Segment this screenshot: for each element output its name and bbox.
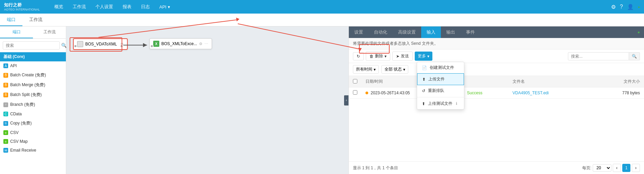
sidebar-item-csv-label: CSV: [10, 130, 19, 135]
red-arrows-svg: [93, 26, 236, 94]
canvas-node-1[interactable]: BOS_VDAToXML ⚙: [73, 38, 128, 50]
search-input[interactable]: [3, 41, 60, 50]
sidebar-item-batch-merge[interactable]: B Batch Merge (免费): [0, 80, 66, 90]
rp-tab-output[interactable]: 输出: [441, 26, 461, 38]
node1-input-connector: [74, 44, 77, 48]
sidebar-items: A API B Batch Create (免费) B Batch Merge …: [0, 61, 66, 174]
dropdown-item-upload-test[interactable]: ⬆ 上传测试文件 ℹ: [417, 98, 464, 109]
dropdown-item-requeue[interactable]: ↺ 重新排队: [417, 85, 464, 96]
sidebar-item-batch-create-label: Batch Create (免费): [10, 72, 46, 78]
copy-icon: ⎘: [3, 121, 8, 126]
file-link[interactable]: VDA4905_TEST.edi: [513, 91, 549, 95]
send-button[interactable]: ➤ 发送: [392, 52, 413, 61]
sidebar-tab-workflow[interactable]: 工作流: [33, 26, 66, 38]
dropdown-item-upload[interactable]: ⬆ 上传文件: [417, 73, 464, 85]
rp-toolbar: ↻ 🗑 删除 ▾ ➤ 发送 更多 ▾ 📄: [349, 50, 644, 63]
select-all-checkbox[interactable]: [353, 79, 357, 83]
more-dropdown-arrow: ▾: [427, 54, 429, 59]
per-page-label: 每页:: [582, 165, 591, 171]
nav-items: 概览 工作流 个人设置 报表 日志 API ▾: [53, 4, 611, 10]
col-status: [463, 76, 508, 88]
canvas-node2-label: BOS_XMLToExce...: [161, 41, 197, 46]
nav-item-api[interactable]: API ▾: [158, 4, 172, 9]
rp-tab-input[interactable]: 输入: [421, 26, 441, 38]
sidebar-tabs: 端口 工作流: [0, 26, 66, 39]
sidebar-item-copy-label: Copy (免费): [10, 120, 32, 126]
logo-text: 知行之桥: [4, 2, 40, 8]
gear-icon[interactable]: ⚙: [611, 4, 616, 10]
sidebar-item-csv-map-label: CSV Map: [10, 139, 28, 144]
node2-settings-icon[interactable]: ⚙: [199, 42, 202, 46]
cell-filename: VDA4905_TEST.edi: [508, 88, 594, 99]
sidebar-item-email-receive[interactable]: ✉ Email Receive: [0, 146, 66, 155]
sidebar: 端口 工作流 🔍 基础 (Core) A API B Batch Create …: [0, 26, 66, 174]
second-tab-bar: 端口 工作流: [0, 14, 644, 26]
rp-tab-automation[interactable]: 自动化: [369, 26, 393, 38]
col-filesize: 文件大小: [594, 76, 644, 88]
sidebar-item-cdata[interactable]: C CData: [0, 110, 66, 118]
per-page-select[interactable]: 20 50 100: [593, 164, 611, 172]
canvas-collapse-toggle[interactable]: ‹: [344, 95, 348, 105]
row-checkbox[interactable]: [353, 90, 357, 95]
csv-map-icon: ≡: [3, 139, 8, 144]
filter-row: 所有时间 ▾ 全部 状态 ▾: [349, 63, 644, 76]
sidebar-item-copy[interactable]: ⎘ Copy (免费): [0, 118, 66, 128]
nav-item-personal[interactable]: 个人设置: [94, 4, 114, 10]
rp-tab-settings[interactable]: 设置: [349, 26, 369, 38]
branch-icon: ⑂: [3, 102, 8, 107]
upload-icon: ⬆: [422, 77, 426, 82]
node1-output-connector: [120, 44, 123, 48]
canvas-node1-label: BOS_VDAToXML: [85, 42, 117, 46]
rp-footer: 显示 1 到 1，共 1 个条目 每页: 20 50 100 ‹ 1 ›: [349, 161, 644, 174]
delete-button[interactable]: 🗑 删除 ▾: [366, 52, 390, 61]
all-time-select[interactable]: 所有时间 ▾: [353, 65, 379, 74]
search-files-input[interactable]: [568, 52, 629, 60]
node2-more-icon[interactable]: ⋯: [204, 42, 208, 46]
status-indicator: ●: [638, 5, 640, 9]
col-filename: 文件名: [508, 76, 594, 88]
tab-workflow[interactable]: 工作流: [22, 14, 49, 26]
prev-page-button[interactable]: ‹: [613, 164, 621, 172]
rp-tab-advanced[interactable]: 高级设置: [393, 26, 421, 38]
user-icon[interactable]: 👤: [627, 4, 634, 10]
sidebar-group-label: 基础 (Core): [0, 52, 66, 61]
sidebar-tab-port[interactable]: 端口: [0, 26, 33, 38]
sidebar-item-batch-create[interactable]: B Batch Create (免费): [0, 70, 66, 80]
question-icon[interactable]: ?: [620, 4, 623, 10]
sidebar-item-cdata-label: CData: [10, 112, 22, 116]
email-receive-icon: ✉: [3, 148, 8, 153]
more-button[interactable]: 更多 ▾: [415, 52, 432, 61]
page-1-button[interactable]: 1: [622, 164, 630, 172]
display-info: 显示 1 到 1，共 1 个条目: [353, 165, 398, 171]
sidebar-item-batch-split[interactable]: B Batch Split (免费): [0, 90, 66, 100]
next-page-button[interactable]: ›: [632, 164, 640, 172]
csv-icon: ≡: [3, 130, 8, 135]
refresh-button[interactable]: ↻: [353, 52, 364, 60]
sidebar-item-csv[interactable]: ≡ CSV: [0, 128, 66, 137]
more-dropdown-menu: 📄 创建测试文件 ⬆ 上传文件 ↺ 重新排队 ⬆ 上传测试文件: [417, 62, 464, 110]
sidebar-item-branch[interactable]: ⑂ Branch (免费): [0, 100, 66, 110]
all-status-select[interactable]: 全部 状态 ▾: [381, 65, 408, 74]
cell-filesize: 778 bytes: [594, 88, 644, 99]
delete-dropdown-icon: ▾: [384, 54, 387, 59]
delete-icon: 🗑: [370, 54, 374, 59]
create-test-icon: 📄: [422, 65, 427, 70]
tab-port[interactable]: 端口: [0, 14, 22, 26]
right-panel-tabs: 设置 自动化 高级设置 输入 输出 事件 ●: [349, 26, 644, 38]
search-files-button[interactable]: 🔍: [629, 52, 640, 60]
sidebar-item-csv-map[interactable]: ≡ CSV Map: [0, 137, 66, 146]
sidebar-item-api[interactable]: A API: [0, 61, 66, 70]
toolbar-search: 🔍: [568, 52, 640, 60]
nav-item-workflow[interactable]: 工作流: [71, 4, 87, 10]
node2-icon: X: [153, 41, 159, 47]
file-table: 日期/时间 文件名 文件大小 2023-05-26T14:43:05: [349, 76, 644, 161]
nav-item-log[interactable]: 日志: [140, 4, 151, 10]
dropdown-item-create-test[interactable]: 📄 创建测试文件: [417, 62, 464, 73]
sidebar-item-branch-label: Branch (免费): [10, 102, 35, 108]
rp-description: 将需要处理的文件或者多态放入 Send 文件夹。: [349, 38, 644, 50]
canvas-node-2[interactable]: X BOS_XMLToExce... ⚙ ⋯: [149, 38, 212, 49]
upload-test-icon: ⬆: [422, 101, 425, 106]
nav-item-report[interactable]: 报表: [121, 4, 133, 10]
nav-item-overview[interactable]: 概览: [53, 4, 65, 10]
rp-tab-events[interactable]: 事件: [461, 26, 480, 38]
